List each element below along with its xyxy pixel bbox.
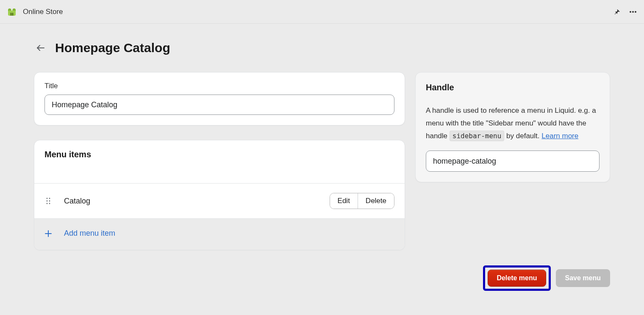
svg-point-14 — [49, 203, 50, 204]
learn-more-link[interactable]: Learn more — [541, 132, 578, 140]
svg-point-6 — [632, 11, 634, 13]
handle-card: Handle A handle is used to reference a m… — [415, 72, 610, 182]
app-title: Online Store — [23, 8, 63, 16]
topbar-left: Online Store — [7, 7, 63, 17]
svg-point-9 — [47, 198, 48, 199]
add-menu-item[interactable]: Add menu item — [34, 218, 405, 250]
delete-menu-button[interactable]: Delete menu — [488, 270, 546, 287]
menu-items-header: Menu items — [34, 140, 405, 183]
topbar: Online Store — [0, 0, 644, 24]
more-icon[interactable] — [627, 6, 639, 18]
svg-point-11 — [47, 201, 48, 202]
handle-title: Handle — [426, 83, 600, 92]
menu-item-label: Catalog — [64, 197, 318, 206]
handle-description: A handle is used to reference a menu in … — [426, 104, 600, 142]
app-logo-icon — [7, 7, 17, 17]
topbar-right — [611, 6, 639, 18]
title-label: Title — [44, 82, 394, 90]
save-menu-button[interactable]: Save menu — [556, 269, 610, 287]
page: Homepage Catalog Title Menu items Catalo… — [0, 24, 644, 291]
footer-actions: Delete menu Save menu — [34, 265, 610, 291]
pin-icon[interactable] — [611, 6, 623, 18]
plus-icon — [44, 230, 52, 237]
svg-rect-4 — [12, 13, 14, 16]
back-arrow-icon[interactable] — [34, 41, 47, 55]
page-header: Homepage Catalog — [34, 41, 610, 55]
svg-point-7 — [635, 11, 636, 13]
title-input[interactable] — [44, 95, 394, 115]
side-column: Handle A handle is used to reference a m… — [415, 72, 610, 182]
delete-item-button[interactable]: Delete — [358, 193, 394, 209]
handle-input[interactable] — [426, 151, 600, 172]
menu-items-title: Menu items — [44, 150, 394, 159]
menu-items-card: Menu items Catalog Edit Delete — [34, 140, 405, 250]
svg-point-12 — [49, 201, 50, 202]
edit-button[interactable]: Edit — [330, 193, 358, 209]
page-title: Homepage Catalog — [55, 41, 170, 55]
title-card: Title — [34, 72, 405, 125]
main-column: Title Menu items Catalog Edit Delete — [34, 72, 405, 250]
svg-point-5 — [630, 11, 631, 13]
svg-rect-2 — [8, 11, 16, 16]
menu-item-row: Catalog Edit Delete — [34, 183, 405, 218]
delete-menu-highlight: Delete menu — [483, 265, 550, 291]
menu-item-actions: Edit Delete — [330, 193, 394, 209]
add-menu-item-label: Add menu item — [64, 229, 115, 238]
svg-point-13 — [47, 203, 48, 204]
svg-rect-3 — [11, 13, 12, 16]
columns: Title Menu items Catalog Edit Delete — [34, 72, 610, 250]
drag-handle-icon[interactable] — [44, 198, 52, 204]
handle-desc-code: sidebar-menu — [450, 131, 505, 141]
svg-point-10 — [49, 198, 50, 199]
handle-desc-post: by default. — [504, 132, 541, 140]
